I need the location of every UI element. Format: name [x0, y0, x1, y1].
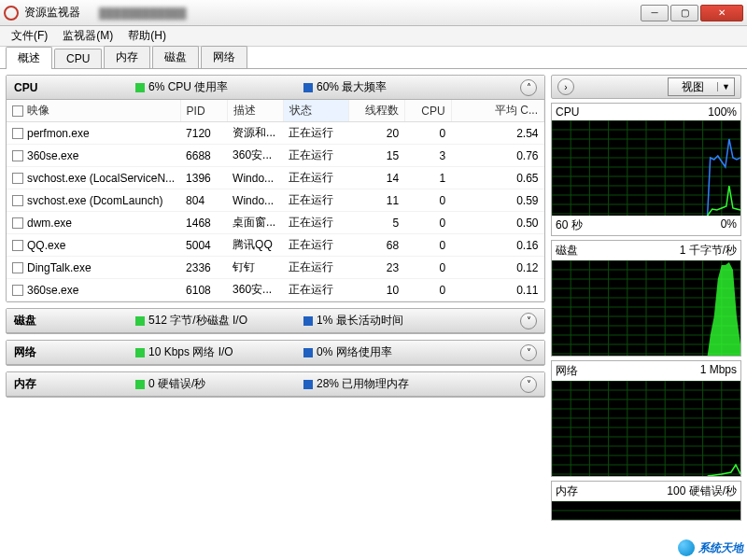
col-avg[interactable]: 平均 C...	[451, 100, 543, 122]
table-row[interactable]: svchost.exe (LocalServiceN...1396Windo..…	[7, 167, 544, 189]
tab-network[interactable]: 网络	[201, 46, 247, 68]
view-label: 视图	[669, 79, 717, 95]
table-row[interactable]: DingTalk.exe2336钉钉正在运行2300.12	[7, 257, 544, 279]
chart-network: 网络1 Mbps	[551, 360, 741, 477]
memory-section: 内存 0 硬错误/秒 28% 已用物理内存 ˅	[6, 371, 545, 398]
cpu-stat1: 6% CPU 使用率	[148, 79, 228, 95]
square-icon	[303, 316, 313, 326]
chevron-up-icon[interactable]: ˄	[520, 79, 537, 96]
square-icon	[303, 348, 313, 357]
disk-header[interactable]: 磁盘 512 字节/秒磁盘 I/O 1% 最长活动时间 ˅	[7, 309, 544, 333]
tab-disk[interactable]: 磁盘	[152, 46, 199, 68]
checkbox[interactable]	[12, 173, 23, 184]
titlebar: 资源监视器 ████████████ ─ ▢ ✕	[0, 0, 747, 26]
svg-marker-44	[708, 262, 740, 356]
process-table: 映像 PID 描述 状态 线程数 CPU 平均 C... perfmon.exe…	[7, 100, 544, 301]
right-toolbar: › 视图 ▼	[551, 75, 741, 99]
chevron-down-icon[interactable]: ˅	[520, 376, 537, 393]
chart-disk-max: 1 千字节/秒	[680, 243, 737, 259]
checkbox[interactable]	[12, 217, 23, 229]
checkbox[interactable]	[12, 105, 23, 117]
network-header[interactable]: 网络 10 Kbps 网络 I/O 0% 网络使用率 ˅	[7, 341, 544, 365]
chevron-right-icon[interactable]: ›	[557, 78, 574, 95]
square-icon	[303, 83, 313, 92]
network-section: 网络 10 Kbps 网络 I/O 0% 网络使用率 ˅	[6, 340, 545, 366]
net-stat1: 10 Kbps 网络 I/O	[148, 344, 233, 360]
square-icon	[303, 380, 313, 389]
checkbox[interactable]	[12, 195, 23, 206]
menu-file[interactable]: 文件(F)	[4, 26, 55, 46]
chart-cpu-foot-r: 0%	[721, 217, 737, 233]
cpu-section: CPU 6% CPU 使用率 60% 最大频率 ˄ 映像 PID 描述 状态 线…	[6, 75, 545, 302]
disk-section: 磁盘 512 字节/秒磁盘 I/O 1% 最长活动时间 ˅	[6, 308, 545, 334]
chart-cpu: CPU100% 60 秒0%	[551, 103, 741, 236]
mem-stat1: 0 硬错误/秒	[148, 376, 205, 392]
table-row[interactable]: 360se.exe6108360安...正在运行1000.11	[7, 279, 544, 301]
memory-header[interactable]: 内存 0 硬错误/秒 28% 已用物理内存 ˅	[7, 372, 544, 397]
chart-mem-max: 100 硬错误/秒	[667, 483, 737, 499]
chart-mem-title: 内存	[556, 483, 578, 499]
cpu-stat2: 60% 最大频率	[317, 79, 387, 95]
table-row[interactable]: perfmon.exe7120资源和...正在运行2002.54	[7, 122, 544, 145]
close-button[interactable]: ✕	[700, 5, 743, 21]
tab-memory[interactable]: 内存	[104, 46, 150, 68]
chart-cpu-title: CPU	[556, 105, 579, 119]
chevron-down-icon: ▼	[717, 82, 734, 91]
view-dropdown[interactable]: 视图 ▼	[668, 77, 735, 96]
square-icon	[135, 316, 145, 326]
chart-net-max: 1 Mbps	[700, 363, 737, 379]
checkbox[interactable]	[12, 240, 23, 251]
disk-title: 磁盘	[14, 313, 135, 329]
mem-stat2: 28% 已用物理内存	[317, 376, 409, 392]
chart-disk-title: 磁盘	[556, 243, 578, 259]
window-title: 资源监视器	[24, 5, 80, 21]
net-title: 网络	[14, 344, 135, 360]
square-icon	[135, 83, 145, 92]
tab-cpu[interactable]: CPU	[54, 49, 102, 68]
tabbar: 概述 CPU 内存 磁盘 网络	[0, 47, 747, 69]
disk-stat1: 512 字节/秒磁盘 I/O	[148, 313, 247, 329]
col-threads[interactable]: 线程数	[348, 100, 404, 122]
tab-overview[interactable]: 概述	[6, 47, 52, 69]
table-row[interactable]: dwm.exe1468桌面窗...正在运行500.50	[7, 212, 544, 234]
col-status[interactable]: 状态	[283, 100, 348, 122]
chevron-down-icon[interactable]: ˅	[520, 313, 537, 329]
square-icon	[135, 348, 145, 357]
square-icon	[135, 380, 145, 389]
maximize-button[interactable]: ▢	[670, 5, 698, 21]
chart-cpu-max: 100%	[708, 105, 737, 119]
chart-net-title: 网络	[556, 363, 578, 379]
chart-cpu-foot-l: 60 秒	[556, 217, 583, 233]
col-image[interactable]: 映像	[7, 100, 180, 122]
checkbox[interactable]	[12, 150, 23, 161]
watermark-text: 系统天地	[698, 540, 743, 556]
col-cpu[interactable]: CPU	[404, 100, 451, 122]
chart-disk: 磁盘1 千字节/秒	[551, 240, 741, 357]
checkbox[interactable]	[12, 128, 23, 139]
blurred-text: ████████████	[99, 7, 187, 19]
col-pid[interactable]: PID	[180, 100, 227, 122]
table-row[interactable]: svchost.exe (DcomLaunch)804Windo...正在运行1…	[7, 189, 544, 212]
watermark-icon	[678, 539, 695, 556]
cpu-title: CPU	[14, 81, 135, 94]
table-header-row: 映像 PID 描述 状态 线程数 CPU 平均 C...	[7, 100, 544, 122]
checkbox[interactable]	[12, 262, 23, 273]
chart-memory: 内存100 硬错误/秒	[551, 481, 741, 521]
menu-monitor[interactable]: 监视器(M)	[55, 26, 120, 46]
checkbox[interactable]	[12, 285, 23, 296]
table-row[interactable]: QQ.exe5004腾讯QQ正在运行6800.16	[7, 234, 544, 257]
disk-stat2: 1% 最长活动时间	[317, 313, 403, 329]
watermark: 系统天地	[678, 539, 743, 556]
col-desc[interactable]: 描述	[227, 100, 283, 122]
cpu-header[interactable]: CPU 6% CPU 使用率 60% 最大频率 ˄	[7, 76, 544, 100]
table-row[interactable]: 360se.exe6688360安...正在运行1530.76	[7, 145, 544, 167]
menubar: 文件(F) 监视器(M) 帮助(H)	[0, 26, 747, 47]
app-icon	[4, 6, 19, 21]
net-stat2: 0% 网络使用率	[317, 344, 392, 360]
chevron-down-icon[interactable]: ˅	[520, 344, 537, 361]
mem-title: 内存	[14, 376, 135, 392]
menu-help[interactable]: 帮助(H)	[120, 26, 174, 46]
minimize-button[interactable]: ─	[641, 5, 669, 21]
